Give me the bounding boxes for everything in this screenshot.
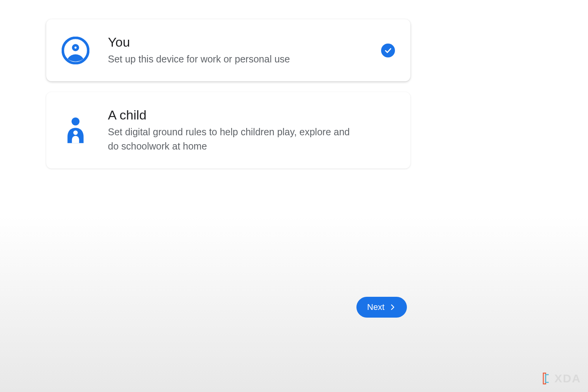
next-button-label: Next [367, 302, 385, 312]
svg-point-2 [72, 118, 80, 126]
svg-point-1 [73, 45, 78, 50]
options-container: You Set up this device for work or perso… [0, 0, 588, 168]
watermark-text: XDA [554, 372, 581, 385]
option-you-text: You Set up this device for work or perso… [108, 35, 373, 66]
option-title: A child [108, 108, 395, 123]
watermark: XDA [541, 372, 581, 385]
option-subtitle: Set digital ground rules to help childre… [108, 125, 358, 153]
person-icon [62, 37, 89, 64]
option-child[interactable]: A child Set digital ground rules to help… [46, 92, 410, 168]
next-button[interactable]: Next [356, 297, 407, 318]
option-subtitle: Set up this device for work or personal … [108, 52, 358, 66]
checkmark-icon [381, 44, 395, 57]
child-icon [62, 116, 89, 144]
chevron-right-icon [389, 304, 396, 311]
option-you[interactable]: You Set up this device for work or perso… [46, 19, 410, 81]
svg-point-3 [73, 130, 78, 135]
option-title: You [108, 35, 373, 50]
watermark-logo-icon [541, 372, 551, 385]
option-child-text: A child Set digital ground rules to help… [108, 108, 395, 153]
